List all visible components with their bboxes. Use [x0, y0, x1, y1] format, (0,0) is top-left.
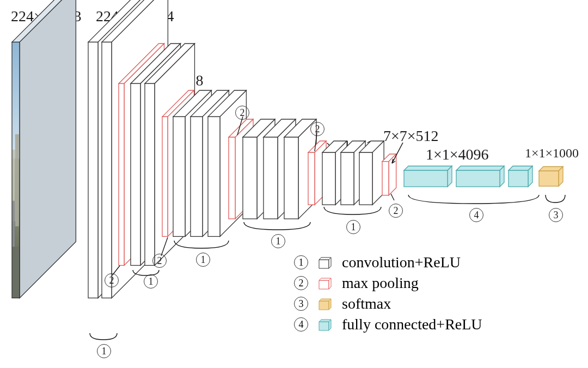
svg-rect-68	[456, 170, 500, 187]
svg-marker-86	[329, 320, 331, 330]
svg-rect-71	[509, 170, 528, 187]
svg-marker-1	[20, 0, 76, 298]
legend-row-conv: 1 convolution+ReLU	[294, 254, 482, 271]
legend-num-3: 3	[294, 297, 308, 311]
mark-pool5: 2	[389, 201, 403, 218]
legend-cube-softmax	[317, 297, 333, 310]
svg-marker-75	[319, 260, 329, 268]
block-fc1	[403, 165, 453, 188]
legend-text-pool: max pooling	[342, 274, 419, 292]
svg-rect-38	[229, 137, 235, 219]
dim-label-pool5: 7×7×512	[383, 127, 439, 145]
svg-marker-81	[319, 301, 329, 310]
svg-rect-50	[308, 152, 315, 205]
svg-rect-44	[264, 137, 278, 219]
legend-text-conv: convolution+ReLU	[342, 254, 461, 271]
mark-conv3: 1	[196, 250, 210, 267]
mark-softm: 3	[549, 206, 563, 222]
svg-rect-17	[119, 83, 124, 265]
legend-text-fc: fully connected+ReLU	[342, 316, 482, 333]
mark-fc: 4	[469, 206, 483, 222]
legend-row-fc: 4 fully connected+ReLU	[294, 316, 482, 333]
svg-marker-80	[329, 278, 331, 289]
svg-rect-74	[539, 171, 559, 186]
mark-conv5: 1	[346, 218, 360, 234]
legend-num-2: 2	[294, 276, 308, 290]
block-fc3	[507, 165, 534, 188]
svg-rect-26	[162, 116, 168, 236]
svg-marker-77	[329, 257, 331, 268]
svg-rect-56	[341, 152, 354, 205]
mark-conv1b: 1	[97, 342, 111, 358]
svg-rect-65	[404, 170, 448, 187]
svg-rect-41	[243, 137, 257, 219]
legend-row-pool: 2 max pooling	[294, 274, 482, 292]
svg-rect-23	[145, 83, 155, 265]
legend-row-softmax: 3 softmax	[294, 295, 482, 312]
block-softmax	[538, 165, 564, 187]
mark-pool2: 2	[152, 252, 167, 268]
svg-marker-83	[329, 299, 331, 310]
svg-marker-78	[319, 280, 329, 289]
svg-rect-53	[322, 152, 335, 205]
mark-pool3: 2	[235, 103, 249, 120]
dim-label-softmax: 1×1×1000	[525, 146, 579, 161]
mark-conv1: 1	[144, 272, 158, 289]
svg-marker-84	[319, 322, 329, 330]
svg-rect-6	[13, 200, 15, 247]
block-pool5	[381, 153, 397, 197]
svg-rect-47	[284, 137, 298, 219]
block-fc2	[455, 165, 505, 188]
svg-marker-66	[456, 166, 504, 170]
svg-rect-32	[191, 116, 203, 236]
dim-label-fc: 1×1×4096	[426, 146, 489, 163]
block-input-image	[11, 0, 77, 299]
svg-rect-14	[102, 42, 112, 298]
legend-text-softmax: softmax	[342, 295, 391, 312]
legend-num-4: 4	[294, 317, 308, 332]
mark-pool1: 2	[105, 271, 119, 287]
legend-cube-fc	[317, 318, 333, 331]
legend: 1 convolution+ReLU 2 max pooling 3 softm…	[294, 250, 482, 336]
svg-rect-59	[359, 152, 372, 205]
legend-num-1: 1	[294, 255, 308, 269]
legend-cube-pool	[317, 277, 333, 290]
svg-marker-61	[389, 154, 396, 195]
legend-cube-conv	[317, 256, 333, 269]
svg-rect-7	[12, 247, 20, 298]
svg-rect-35	[208, 116, 220, 236]
mark-conv4: 1	[271, 232, 285, 248]
svg-rect-29	[173, 116, 185, 236]
svg-marker-63	[404, 166, 452, 170]
svg-rect-11	[88, 42, 98, 298]
svg-rect-5	[15, 134, 19, 226]
svg-rect-20	[131, 83, 140, 265]
svg-rect-62	[382, 162, 389, 195]
mark-pool4: 2	[310, 120, 324, 136]
